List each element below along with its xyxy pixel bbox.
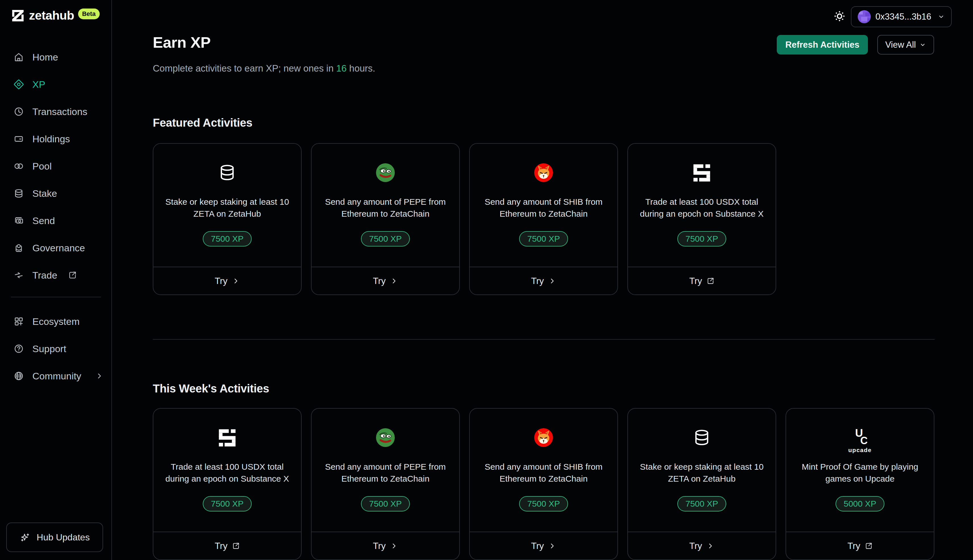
brand-logo[interactable]: zetahub Beta bbox=[0, 0, 111, 22]
svg-text:upcade: upcade bbox=[848, 447, 872, 453]
activity-card[interactable]: UCupcade Mint Proof Of Game by playing g… bbox=[786, 408, 935, 560]
try-button[interactable]: Try bbox=[153, 267, 301, 295]
upcade-icon: UCupcade bbox=[841, 427, 878, 448]
try-button[interactable]: Try bbox=[470, 532, 617, 560]
sidebar-item-label: Home bbox=[32, 52, 58, 63]
try-button[interactable]: Try bbox=[470, 267, 617, 295]
activity-card[interactable]: Stake or keep staking at least 10 ZETA o… bbox=[627, 408, 776, 560]
sidebar-item-ecosystem[interactable]: Ecosystem bbox=[0, 308, 111, 335]
xp-badge: 7500 XP bbox=[677, 231, 726, 247]
refresh-activities-button[interactable]: Refresh Activities bbox=[777, 35, 868, 55]
activity-card-body: Stake or keep staking at least 10 ZETA o… bbox=[153, 144, 301, 267]
sidebar-item-pool[interactable]: Pool bbox=[0, 152, 111, 180]
sidebar-item-xp[interactable]: XP bbox=[0, 71, 111, 98]
xp-badge: 7500 XP bbox=[203, 231, 252, 247]
ecosystem-grid-icon bbox=[13, 316, 25, 327]
try-button[interactable]: Try bbox=[628, 267, 776, 295]
sidebar-item-send[interactable]: Send bbox=[0, 207, 111, 234]
try-label: Try bbox=[689, 276, 702, 286]
xp-diamond-icon bbox=[13, 79, 25, 90]
activity-title: Stake or keep staking at least 10 ZETA o… bbox=[153, 196, 301, 220]
try-label: Try bbox=[215, 276, 228, 286]
try-button[interactable]: Try bbox=[312, 267, 459, 295]
activity-title: Send any amount of SHIB from Ethereum to… bbox=[470, 196, 617, 220]
activity-title: Send any amount of PEPE from Ethereum to… bbox=[312, 196, 459, 220]
activity-card-body: Trade at least 100 USDX total during an … bbox=[153, 408, 301, 532]
sidebar-item-label: Transactions bbox=[32, 106, 87, 117]
xp-badge: 7500 XP bbox=[361, 496, 410, 512]
activity-card-body: Send any amount of PEPE from Ethereum to… bbox=[312, 408, 459, 532]
activity-card[interactable]: Trade at least 100 USDX total during an … bbox=[627, 143, 776, 295]
chevron-right-icon bbox=[95, 372, 103, 380]
sidebar-item-community[interactable]: Community bbox=[0, 362, 111, 390]
header-actions: Refresh Activities View All bbox=[777, 35, 934, 55]
try-button[interactable]: Try bbox=[786, 532, 934, 560]
pepe-icon bbox=[375, 162, 396, 183]
zetahub-z-icon bbox=[12, 9, 25, 22]
sidebar-item-label: Send bbox=[32, 215, 55, 226]
sidebar-item-trade[interactable]: Trade bbox=[0, 262, 111, 289]
sidebar-secondary-nav: EcosystemSupportCommunity bbox=[0, 308, 111, 390]
section-featured-activities: Featured Activities Stake or keep stakin… bbox=[153, 117, 935, 295]
wallet-dropdown-button[interactable]: 0x3345...3b16 bbox=[851, 6, 952, 27]
external-link-icon bbox=[706, 277, 714, 285]
activity-title: Stake or keep staking at least 10 ZETA o… bbox=[628, 461, 776, 485]
xp-badge: 7500 XP bbox=[361, 231, 410, 247]
sidebar-item-label: Holdings bbox=[32, 133, 70, 145]
activity-card[interactable]: Send any amount of SHIB from Ethereum to… bbox=[469, 143, 618, 295]
activity-card-body: UCupcade Mint Proof Of Game by playing g… bbox=[786, 408, 934, 532]
try-button[interactable]: Try bbox=[628, 532, 776, 560]
sidebar-item-transactions[interactable]: Transactions bbox=[0, 98, 111, 125]
sidebar-item-holdings[interactable]: Holdings bbox=[0, 125, 111, 152]
external-link-icon bbox=[865, 542, 873, 550]
xp-badge: 7500 XP bbox=[519, 496, 568, 512]
external-link-icon bbox=[68, 271, 77, 280]
try-label: Try bbox=[689, 541, 702, 551]
sidebar: zetahub Beta HomeXPTransactionsHoldingsP… bbox=[0, 0, 112, 560]
activity-card[interactable]: Send any amount of SHIB from Ethereum to… bbox=[469, 408, 618, 560]
section-this-week-s-activities: This Week's Activities Trade at least 10… bbox=[153, 382, 935, 560]
section-divider bbox=[153, 339, 935, 340]
activity-card-body: Stake or keep staking at least 10 ZETA o… bbox=[628, 408, 776, 532]
sidebar-item-label: Governance bbox=[32, 243, 85, 253]
pool-icon bbox=[13, 160, 25, 172]
stake-database-icon bbox=[13, 188, 25, 199]
chevron-right-icon bbox=[232, 277, 240, 285]
theme-toggle-button[interactable] bbox=[833, 9, 846, 23]
hub-updates-button[interactable]: Hub Updates bbox=[6, 523, 103, 552]
card-row: Stake or keep staking at least 10 ZETA o… bbox=[153, 143, 935, 295]
chevron-down-icon bbox=[919, 42, 926, 48]
try-button[interactable]: Try bbox=[153, 532, 301, 560]
chevron-right-icon bbox=[390, 277, 398, 285]
try-label: Try bbox=[373, 276, 386, 286]
globe-icon bbox=[13, 370, 25, 382]
xp-badge: 5000 XP bbox=[836, 496, 884, 512]
chevron-right-icon bbox=[548, 277, 556, 285]
try-button[interactable]: Try bbox=[312, 532, 459, 560]
wallet-avatar bbox=[858, 10, 871, 23]
sidebar-item-governance[interactable]: Governance bbox=[0, 234, 111, 262]
help-circle-icon bbox=[13, 343, 25, 354]
activity-title: Trade at least 100 USDX total during an … bbox=[153, 461, 301, 485]
view-all-dropdown[interactable]: View All bbox=[877, 35, 934, 55]
chevron-down-icon bbox=[938, 13, 945, 20]
activity-title: Send any amount of SHIB from Ethereum to… bbox=[470, 461, 617, 485]
activity-title: Mint Proof Of Game by playing games on U… bbox=[786, 461, 934, 485]
activity-card-body: Send any amount of PEPE from Ethereum to… bbox=[312, 144, 459, 267]
section-title: Featured Activities bbox=[153, 117, 935, 129]
chevron-right-icon bbox=[390, 542, 398, 550]
home-icon bbox=[13, 52, 25, 63]
activity-card[interactable]: Send any amount of PEPE from Ethereum to… bbox=[311, 143, 460, 295]
sidebar-item-support[interactable]: Support bbox=[0, 335, 111, 362]
page-title: Earn XP bbox=[153, 33, 211, 51]
activity-card[interactable]: Trade at least 100 USDX total during an … bbox=[153, 408, 302, 560]
view-all-label: View All bbox=[885, 40, 916, 50]
activity-card[interactable]: Send any amount of PEPE from Ethereum to… bbox=[311, 408, 460, 560]
svg-text:C: C bbox=[860, 435, 868, 447]
activity-card[interactable]: Stake or keep staking at least 10 ZETA o… bbox=[153, 143, 302, 295]
sidebar-item-label: Support bbox=[32, 343, 66, 354]
clock-icon bbox=[13, 106, 25, 117]
page-subtitle: Complete activities to earn XP; new ones… bbox=[153, 63, 375, 74]
sidebar-item-home[interactable]: Home bbox=[0, 43, 111, 71]
sidebar-item-stake[interactable]: Stake bbox=[0, 180, 111, 207]
